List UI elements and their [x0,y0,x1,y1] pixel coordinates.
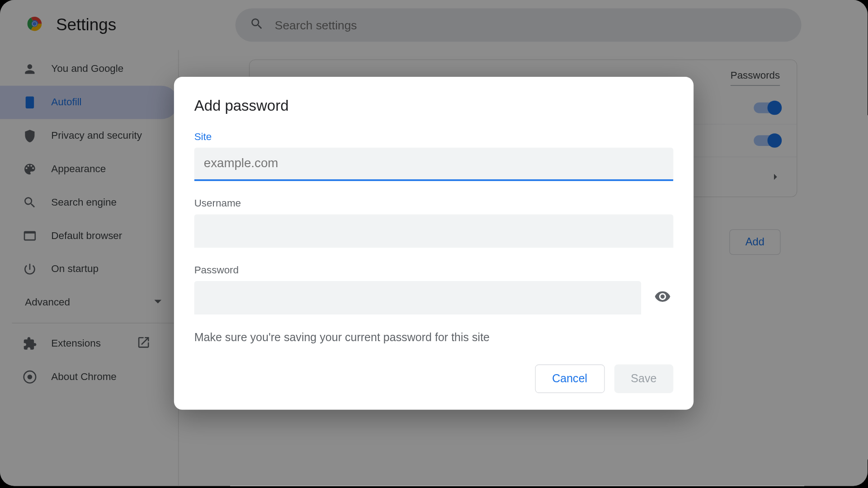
add-password-dialog: Add password Site Username Password Make… [174,76,693,409]
site-label: Site [194,131,674,142]
dialog-hint: Make sure you're saving your current pas… [194,331,674,344]
show-password-button[interactable] [652,287,673,308]
username-label: Username [194,197,674,209]
password-label: Password [194,264,674,276]
dialog-title: Add password [194,97,674,114]
username-input[interactable] [194,214,674,248]
eye-icon [654,288,671,307]
password-input[interactable] [194,281,642,314]
modal-backdrop: Add password Site Username Password Make… [0,0,868,486]
save-button[interactable]: Save [614,364,673,393]
cancel-button[interactable]: Cancel [535,364,604,393]
site-input[interactable] [194,147,674,181]
